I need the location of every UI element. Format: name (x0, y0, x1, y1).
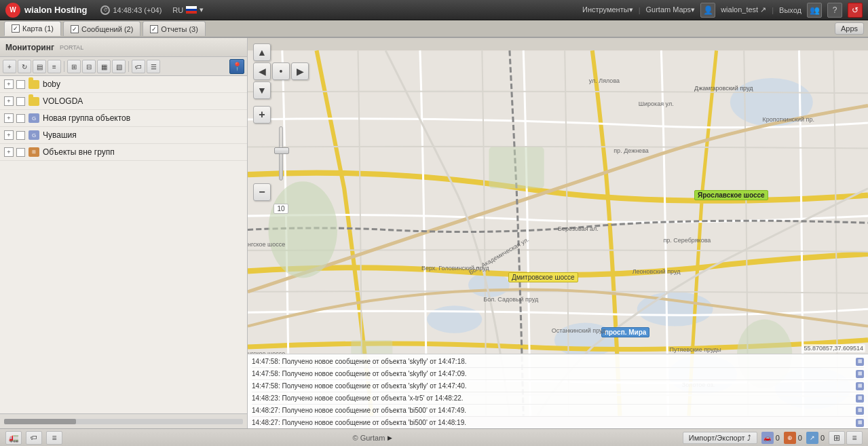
users-icon-btn[interactable]: 👥 (807, 3, 822, 18)
logo-icon: W (5, 3, 20, 18)
time-display: 14:48:43 (+04) (113, 6, 162, 14)
tab-map[interactable]: ✓ Карта (1) (4, 21, 61, 36)
help-icon-btn[interactable]: ? (827, 3, 842, 18)
map-btn-up[interactable]: ▲ (253, 43, 271, 61)
log-entry-0: 14:47:58: Получено новое сообщение от об… (252, 356, 864, 368)
lang-block[interactable]: RU ▾ (172, 5, 204, 14)
copyright-arrow: ▶ (388, 434, 392, 441)
icon-no-group: ⊞ (28, 146, 40, 158)
logout-link[interactable]: Выход (779, 6, 801, 14)
label-new-group: Новая группа объектов (43, 113, 130, 123)
toolbar-btn-grid4[interactable]: ▧ (112, 60, 126, 73)
toolbar-btn-list[interactable]: ☰ (147, 60, 160, 73)
time-block: ⏱ 14:48:43 (+04) (100, 5, 162, 15)
settings-icon-btn[interactable]: ↺ (848, 3, 863, 18)
map-container[interactable]: ▲ ◀ • ▶ ▼ + − 10 ул. Лялова Широкая ул. … (248, 38, 868, 428)
tab-messages[interactable]: ✓ Сообщений (2) (63, 21, 140, 36)
expander-boby[interactable]: + (4, 79, 14, 89)
svg-point-4 (427, 305, 482, 333)
toolbar-btn-refresh[interactable]: ↻ (18, 60, 31, 73)
import-export-label: Импорт/Экспорт (689, 434, 745, 442)
map-controls: ▲ ◀ • ▶ ▼ + − 10 (253, 43, 309, 214)
toolbar-btn-tag[interactable]: 🏷 (132, 60, 145, 73)
toolbar-btn-grid3[interactable]: ▦ (97, 60, 111, 73)
sidebar-toolbar: + ↻ ▤ ≡ ⊞ ⊟ ▦ ▧ 🏷 ☰ 📍 (0, 57, 247, 76)
lang-label: RU (172, 6, 183, 14)
toolbar-sep1 (64, 61, 64, 72)
copyright-text: © Gurtam (352, 434, 385, 442)
icon-chuvashia: G (28, 129, 40, 141)
label-vologda: VOLOGDA (43, 96, 83, 106)
nav-sep: | (639, 6, 641, 14)
expander-vologda[interactable]: + (4, 96, 14, 106)
counter1-icon: 🚗 (761, 432, 774, 444)
nav-links: Инструменты▾ | Gurtam Maps▾ 👤 wialon_tes… (582, 3, 863, 18)
map-btn-right[interactable]: ▶ (291, 62, 309, 80)
map-btn-center[interactable]: • (272, 62, 290, 80)
copyright-area: © Gurtam ▶ (67, 434, 679, 442)
tree-item-boby[interactable]: + boby (0, 76, 247, 93)
tree-item-no-group[interactable]: + ⊞ Объекты вне групп (0, 144, 247, 161)
toolbar-btn-sort[interactable]: ≡ (48, 60, 61, 73)
sidebar: Мониторинг PORTAL + ↻ ▤ ≡ ⊞ ⊟ ▦ ▧ 🏷 ☰ 📍 … (0, 38, 248, 428)
sidebar-tree: + boby + VOLOGDA + G Новая группа объект… (0, 76, 247, 413)
grid-view-btn1[interactable]: ⊞ (829, 431, 845, 445)
expander-new-group[interactable]: + (4, 113, 14, 123)
check-boby[interactable] (16, 80, 25, 89)
log-entry-3: 14:48:23: Получено новое сообщение от об… (252, 392, 864, 405)
log-panel: 14:47:58: Получено новое сообщение от об… (248, 354, 868, 428)
toolbar-btn-locate[interactable]: 📍 (229, 59, 244, 74)
status-btn-tag[interactable]: 🏷 (26, 431, 42, 445)
counter2-value: 0 (798, 434, 802, 442)
flag-icon (186, 6, 197, 14)
toolbar-btn-grid1[interactable]: ⊞ (67, 60, 81, 73)
check-vologda[interactable] (16, 97, 25, 106)
label-boby: boby (43, 79, 60, 89)
status-right: Импорт/Экспорт ⤴ 🚗 0 ⊕ 0 ↗ 0 ⊞ ≡ (683, 431, 863, 445)
toolbar-btn-filter[interactable]: ▤ (33, 60, 46, 73)
log-text-4: 14:48:27: Получено новое сообщение от об… (252, 405, 853, 415)
counter3: ↗ 0 (806, 432, 825, 444)
map-btn-zoom-in[interactable]: + (253, 106, 271, 124)
expander-no-group[interactable]: + (4, 147, 14, 157)
tree-item-vologda[interactable]: + VOLOGDA (0, 93, 247, 110)
tab-reports-check[interactable]: ✓ (150, 25, 158, 33)
nav-sep2: | (772, 6, 774, 14)
label-no-group: Объекты вне групп (43, 147, 115, 157)
log-text-5: 14:48:27: Получено новое сообщение от об… (252, 417, 853, 428)
user-link[interactable]: wialon_test ↗ (721, 5, 766, 14)
maps-menu[interactable]: Gurtam Maps▾ (645, 5, 695, 14)
status-btn-list[interactable]: ≡ (46, 431, 62, 445)
label-chuvashia: Чувашия (43, 130, 77, 140)
check-new-group[interactable] (16, 114, 25, 123)
sidebar-title: Мониторинг (5, 43, 54, 52)
log-icon-2: ▦ (856, 382, 864, 390)
coord-display: 55.870857,37.609514 (801, 344, 865, 352)
map-btn-left[interactable]: ◀ (253, 62, 271, 80)
tree-item-chuvashia[interactable]: + G Чувашия (0, 127, 247, 144)
map-btn-down[interactable]: ▼ (253, 81, 271, 99)
tree-item-new-group[interactable]: + G Новая группа объектов (0, 110, 247, 127)
log-text-2: 14:47:58: Получено новое сообщение от об… (252, 381, 853, 391)
check-no-group[interactable] (16, 148, 25, 157)
tab-messages-check[interactable]: ✓ (71, 25, 79, 33)
check-chuvashia[interactable] (16, 131, 25, 140)
status-btn-truck[interactable]: 🚛 (5, 431, 22, 445)
tab-reports[interactable]: ✓ Отчеты (3) (143, 21, 206, 36)
grid-view-btn2[interactable]: ≡ (846, 431, 863, 445)
map-btn-zoom-out[interactable]: − (253, 183, 271, 201)
tab-map-check[interactable]: ✓ (12, 24, 20, 33)
log-icon-0: ▦ (856, 358, 864, 366)
expander-chuvashia[interactable]: + (4, 130, 14, 140)
toolbar-btn-grid2[interactable]: ⊟ (82, 60, 96, 73)
tab-map-label: Карта (1) (22, 24, 54, 33)
tools-menu[interactable]: Инструменты▾ (582, 5, 633, 14)
zoom-slider[interactable] (253, 125, 309, 182)
apps-button[interactable]: Apps (835, 22, 864, 35)
profile-icon-btn[interactable]: 👤 (700, 3, 715, 18)
zoom-handle[interactable] (274, 147, 289, 154)
toolbar-btn-plus[interactable]: + (3, 60, 16, 73)
icon-boby (28, 78, 40, 90)
import-export-button[interactable]: Импорт/Экспорт ⤴ (683, 432, 757, 444)
log-entry-5: 14:48:27: Получено новое сообщение от об… (252, 417, 864, 428)
